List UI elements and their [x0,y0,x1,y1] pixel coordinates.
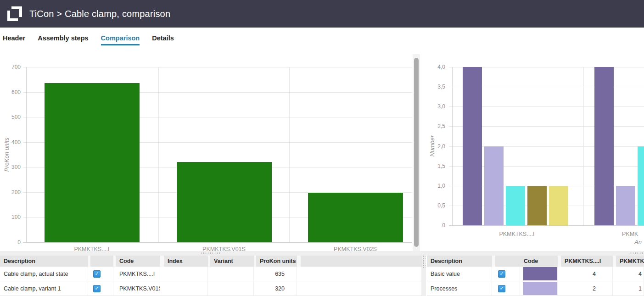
y-tick-label: 100 [2,214,21,220]
splitter-grip-left[interactable] [200,252,220,255]
vertical-scrollbar[interactable] [413,54,420,256]
color-code-cell [520,281,558,296]
column-header-blank [90,256,113,267]
bar-PKMKTKS.V01S [177,162,272,242]
tab-assembly-steps[interactable]: Assembly steps [38,34,88,45]
y-tick-label: 1,0 [427,183,445,189]
y-tick-label: 700 [2,64,21,70]
bar-Processes-PKMK [616,186,635,225]
cell-index [164,267,208,281]
column-header-pkmktks-v: PKMKTKS.V [616,256,644,267]
prokon-units-chart: 0100200300400500600700PKMKTKS....IPKMKTK… [0,53,413,256]
cell-v2: 4 [616,267,644,281]
y-tick-label: 0,5 [427,202,445,209]
bar-series3-PKMKTKS....I [527,186,547,225]
table-row[interactable]: Cable clamp, actual state✓PKMKTKS....I63… [0,267,422,281]
column-header-description: Description [0,256,88,267]
y-axis-title: Number [429,135,436,156]
x-category-label: PKMKTKS....I [499,231,534,237]
splitter-grip-right[interactable] [630,252,644,255]
x-axis-title: An [634,239,642,246]
x-axis-line [23,242,412,243]
series-color-swatch [523,267,558,280]
splitter-grip-middle[interactable] [422,255,426,268]
y-axis-line [26,67,27,242]
table-header-row: DescriptionCodePKMKTKS....IPKMKTKS.V [427,256,644,267]
y-tick-label: 3,5 [427,84,445,90]
y-tick-label: 0 [427,222,445,229]
row-checkbox[interactable]: ✓ [93,270,101,278]
cell-prokon_units: 635 [256,267,297,281]
horizontal-splitter[interactable] [0,251,644,256]
tab-comparison[interactable]: Comparison [101,34,140,45]
bar-series2-PKMKTKS....I [506,186,525,225]
cell-index [164,281,208,296]
tab-header[interactable]: Header [3,34,25,45]
cell-v1: 4 [561,267,613,281]
column-header-variant: Variant [210,256,254,267]
column-header-blank [495,256,520,267]
cell-variant [210,281,254,296]
cell-variant [210,267,254,281]
table-row[interactable]: Cable clamp, variant 1✓PKMKTKS.V01S320 [0,281,422,296]
x-category-label: PKMK [622,231,638,237]
column-header-code: Code [520,256,558,267]
row-checkbox[interactable]: ✓ [93,285,101,292]
cell-description: Processes [427,281,492,296]
column-header-index: Index [164,256,208,267]
comparison-objects-table: DescriptionCodeIndexVariantProKon unitsC… [0,256,422,296]
table-header-row: DescriptionCodeIndexVariantProKon units [0,256,422,267]
row-checkbox[interactable]: ✓ [498,285,505,292]
cell-description: Cable clamp, actual state [0,267,88,281]
cell-v1: 2 [561,281,613,296]
bar-Processes-PKMKTKS....I [484,146,504,226]
y-axis-title: ProKon units [3,138,10,172]
y-tick-label: 3,0 [427,103,445,110]
bar-series2-PKMK [638,146,644,226]
bar-Basic value-PKMK [594,67,614,225]
row-checkbox[interactable]: ✓ [498,270,505,278]
bar-PKMKTKS....I [45,83,140,242]
ticon-logo-icon [6,6,23,22]
cell-code: PKMKTKS....I [116,267,160,281]
column-header-prokon-units: ProKon units [256,256,297,267]
bar-series4-PKMKTKS....I [549,186,568,225]
number-chart: 00,51,01,52,02,53,03,54,0PKMKTKS....IPKM… [427,53,644,256]
scrollbar-thumb[interactable] [414,58,419,247]
y-axis-line [452,67,453,225]
color-code-cell [520,267,558,281]
gridline-vertical [158,67,159,242]
checkbox-cell: ✓ [90,281,113,296]
x-axis-line [449,225,644,226]
column-header-code: Code [116,256,160,267]
y-tick-label: 0 [2,239,21,246]
table-row[interactable]: Basic value✓44 [427,267,644,281]
cell-blank [301,281,422,296]
y-tick-label: 2,5 [427,123,445,129]
cell-blank [301,267,422,281]
column-header-blank [301,256,422,267]
column-header-description: Description [427,256,492,267]
ticon-window: TiCon > Cable clamp, comparison HeaderAs… [0,0,644,296]
title-bar: TiCon > Cable clamp, comparison [0,0,644,28]
checkbox-cell: ✓ [495,267,520,281]
checkbox-cell: ✓ [495,281,520,296]
cell-description: Basic value [427,267,492,281]
y-tick-label: 1,5 [427,163,445,169]
analysis-values-table: DescriptionCodePKMKTKS....IPKMKTKS.VBasi… [427,256,644,296]
y-tick-label: 200 [2,189,21,195]
page-title: TiCon > Cable clamp, comparison [29,9,170,19]
tab-details[interactable]: Details [152,34,174,45]
cell-prokon_units: 320 [256,281,297,296]
cell-description: Cable clamp, variant 1 [0,281,88,296]
checkbox-cell: ✓ [90,267,113,281]
table-row[interactable]: Processes✓21 [427,281,644,296]
series-color-swatch [523,282,558,295]
y-tick-label: 500 [2,114,21,120]
gridline-vertical [583,67,584,225]
bar-Basic value-PKMKTKS....I [463,67,482,225]
vertical-splitter[interactable] [422,251,426,296]
cell-code: PKMKTKS.V01S [116,281,160,296]
y-tick-label: 4,0 [427,64,445,70]
column-header-pkmktks-i: PKMKTKS....I [561,256,613,267]
